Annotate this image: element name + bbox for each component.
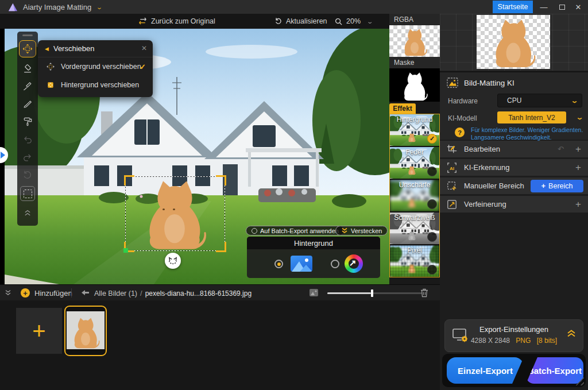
mask-thumbnail[interactable]: [389, 68, 440, 102]
image-background-radio[interactable]: [274, 260, 283, 268]
export-settings-summary: 4288 X 2848 PNG [8 bits]: [445, 337, 583, 345]
undo-button[interactable]: [21, 133, 34, 146]
refine-icon: [447, 199, 457, 210]
popup-pointer-icon: ◀: [45, 46, 49, 52]
effect-selected-check[interactable]: ✓: [427, 134, 437, 144]
color-picker-icon[interactable]: ↗: [345, 254, 363, 273]
minimize-button[interactable]: —: [535, 0, 552, 14]
add-image-button[interactable]: + Hinzufügen: [21, 288, 72, 298]
manual-region-icon: [447, 181, 457, 191]
result-preview-image[interactable]: [477, 15, 550, 69]
slider-thumb[interactable]: [371, 289, 373, 297]
close-icon[interactable]: ✕: [141, 44, 147, 52]
chevron-down-icon[interactable]: ⌄: [575, 114, 583, 121]
refresh-button[interactable]: Aktualisieren: [274, 14, 327, 29]
thumbnail-zoom-slider[interactable]: [327, 292, 422, 294]
effect-select-circle[interactable]: [427, 199, 437, 209]
app-title: Aiarty Image Matting: [23, 3, 91, 11]
apply-batch-export-button[interactable]: Auf Batch-Export anwenden: [246, 226, 345, 235]
color-background-radio[interactable]: [331, 260, 339, 268]
matting-icon: [447, 78, 458, 88]
popup-header: ◀ Verschieben ✕: [38, 40, 153, 57]
hardware-label: Hardware: [448, 97, 478, 105]
tool-palette: [17, 32, 38, 226]
effect-item-schwarzweiss[interactable]: Schwarzweiß: [390, 213, 439, 244]
brush-icon: [22, 98, 33, 110]
section-manueller-bereich[interactable]: Manueller Bereich + Bereich: [440, 177, 588, 194]
batch-export-button[interactable]: Batch-Export: [526, 357, 583, 384]
section-bearbeiten[interactable]: Bearbeiten ↶ +: [440, 141, 588, 157]
selection-corner[interactable]: [216, 175, 226, 186]
help-icon[interactable]: ?: [455, 128, 465, 137]
move-background-item[interactable]: Hintergrund verschieben: [38, 76, 153, 94]
effect-tab[interactable]: Effekt: [389, 103, 416, 114]
subject-toggle-button[interactable]: [165, 253, 181, 269]
maximize-button[interactable]: [554, 0, 571, 14]
selection-corner[interactable]: [216, 242, 226, 252]
background-panel: Hintergrund ↗: [247, 237, 380, 278]
breadcrumb-all-images[interactable]: Alle Bilder (1): [94, 289, 137, 298]
reset-history-button[interactable]: [21, 168, 34, 182]
selection-box[interactable]: [125, 176, 225, 251]
redo-button[interactable]: [21, 150, 34, 164]
model-select[interactable]: Tanh Intern_V2: [497, 111, 566, 123]
chevron-down-icon[interactable]: ⌄: [366, 18, 374, 25]
cat-eye: [163, 208, 165, 210]
back-to-original-button[interactable]: Zurück zum Original: [138, 14, 215, 29]
home-button[interactable]: Startseite: [493, 1, 533, 13]
selection-dash-border: [125, 176, 225, 251]
collapse-filmstrip-button[interactable]: [5, 289, 11, 296]
image-background-icon[interactable]: [291, 256, 312, 272]
effect-select-circle[interactable]: [427, 265, 437, 275]
roller-tool-button[interactable]: [21, 115, 34, 129]
image-thumbnail-selected[interactable]: [64, 306, 107, 356]
filmstrip-bar: + Hinzufügen Alle Bilder (1) / pexels-di…: [0, 284, 440, 300]
hardware-select[interactable]: CPU ⌄: [497, 94, 582, 107]
export-settings-card[interactable]: Export-Einstellungen 4288 X 2848 PNG [8 …: [444, 319, 583, 352]
undo-icon[interactable]: ↶: [558, 145, 564, 153]
marquee-tool-button[interactable]: [20, 186, 35, 201]
expand-plus-icon[interactable]: +: [575, 144, 581, 155]
thumbnail-strip: +: [0, 300, 440, 390]
brush-tool-button[interactable]: [21, 97, 34, 111]
thumbnail-photo: [67, 311, 105, 349]
app-logo-icon: [8, 3, 18, 11]
model-label: KI-Modell: [448, 114, 477, 122]
move-foreground-item[interactable]: Vordergrund verschieben ✓: [38, 57, 153, 76]
hide-panel-button[interactable]: Verstecken: [335, 226, 388, 235]
close-button[interactable]: ✕: [570, 0, 587, 14]
effect-item-hintergrund[interactable]: Hintergrund ✓: [390, 114, 439, 146]
effect-item-feder[interactable]: Feder: [390, 147, 439, 179]
bereich-button[interactable]: + Bereich: [531, 180, 583, 192]
effect-item-unschaerfe[interactable]: Unschärfe: [390, 180, 439, 211]
add-image-tile[interactable]: +: [16, 308, 62, 354]
collapse-toolbar-button[interactable]: [21, 205, 34, 219]
chevron-down-icon[interactable]: ⌄: [96, 4, 103, 10]
eraser-tool-button[interactable]: [21, 61, 34, 75]
export-dimensions: 4288 X 2848: [471, 337, 510, 345]
effect-select-circle[interactable]: [427, 232, 437, 242]
rgba-thumbnail[interactable]: [389, 25, 440, 57]
selection-anchor-dot[interactable]: [123, 248, 128, 253]
section-ki-erkennung[interactable]: AI KI-Erkennung +: [440, 159, 588, 176]
back-button[interactable]: [82, 289, 89, 296]
zoom-control[interactable]: 20% ⌄: [334, 14, 372, 29]
single-export-button[interactable]: Einzel-Export: [447, 357, 524, 384]
breadcrumb: Alle Bilder (1) / pexels-diana-hu...8168…: [94, 289, 252, 298]
expand-plus-icon[interactable]: +: [575, 162, 581, 173]
expand-plus-icon[interactable]: +: [575, 199, 581, 210]
background-panel-title: Hintergrund: [247, 237, 380, 249]
effect-item-pixel[interactable]: Pixel: [390, 245, 439, 277]
play-triangle-icon: [1, 152, 5, 159]
double-chevron-up-icon[interactable]: [567, 329, 576, 337]
selection-corner[interactable]: [124, 175, 134, 186]
undo-icon: [22, 134, 33, 145]
section-verfeinerung[interactable]: Verfeinerung +: [440, 196, 588, 213]
effect-select-circle[interactable]: [427, 167, 437, 176]
delete-button[interactable]: [420, 288, 428, 298]
radio-icon: [252, 228, 257, 234]
pen-tool-button[interactable]: [21, 79, 34, 93]
toolbar-grip[interactable]: [22, 34, 33, 36]
move-tool-button[interactable]: [19, 40, 36, 57]
marquee-icon: [24, 190, 32, 198]
